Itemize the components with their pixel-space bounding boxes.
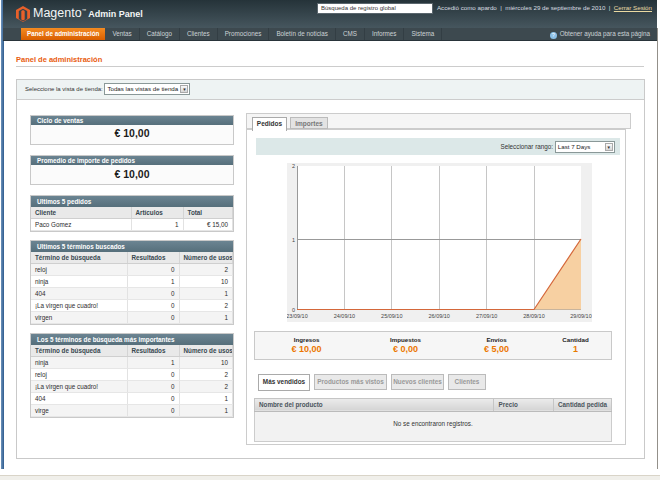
- svg-text:23/09/10: 23/09/10: [287, 313, 308, 319]
- svg-text:27/09/10: 27/09/10: [476, 313, 497, 319]
- svg-text:2: 2: [292, 163, 295, 169]
- svg-text:28/09/10: 28/09/10: [523, 313, 544, 319]
- svg-text:0: 0: [292, 307, 295, 313]
- svg-text:1: 1: [292, 237, 295, 243]
- svg-text:29/09/10: 29/09/10: [570, 313, 591, 319]
- svg-text:25/09/10: 25/09/10: [381, 313, 402, 319]
- svg-text:26/09/10: 26/09/10: [428, 313, 449, 319]
- svg-text:24/09/10: 24/09/10: [334, 313, 355, 319]
